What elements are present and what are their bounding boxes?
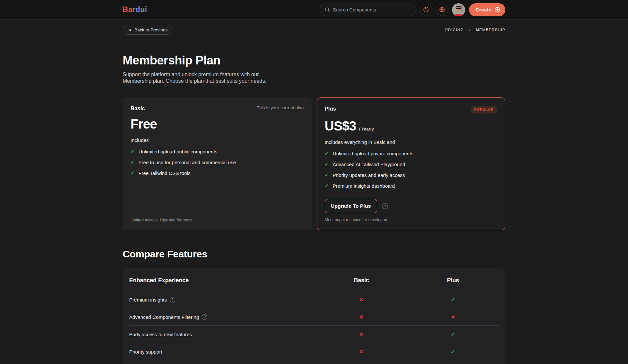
row-label: Early access to new features	[129, 332, 192, 337]
chevrons-left-icon	[128, 28, 132, 32]
help-icon[interactable]: ?	[170, 297, 175, 303]
brand-logo-segment: d	[135, 5, 140, 14]
moon-star-icon	[423, 7, 429, 13]
breadcrumb-separator: /	[469, 28, 471, 32]
basic-includes-label: Includes	[131, 137, 304, 143]
feature-item: ✓ Premium insights dashboard	[325, 183, 497, 189]
language-button[interactable]	[436, 4, 448, 16]
plus-includes-label: Includes everything in Basic and	[325, 139, 497, 145]
compare-title: Compare Features	[123, 249, 505, 260]
feature-item: ✓ Free to use for personal and commercia…	[131, 159, 304, 165]
help-icon[interactable]: ?	[202, 314, 207, 320]
check-icon: ✓	[325, 161, 329, 167]
brand-logo-segment: r	[132, 5, 135, 14]
basic-mark: ✕	[316, 349, 407, 355]
plus-footnote: Most popular choice for developers	[325, 217, 497, 222]
feature-item: ✓ Free Tailwind CSS tools	[131, 170, 304, 176]
breadcrumb-membership: MEMBERSHIP	[476, 28, 505, 32]
table-row: Priority support ✕ ✓	[129, 343, 499, 360]
subheader: Back to Previous PRICING / MEMBERSHIP	[123, 25, 505, 35]
brand-logo[interactable]: Bardui	[123, 5, 147, 14]
help-icon[interactable]: ?	[382, 203, 388, 209]
basic-feature-list: ✓ Unlimited upload public components ✓ F…	[131, 148, 304, 181]
plus-plan-name: Plus	[325, 106, 336, 112]
search-icon	[324, 7, 330, 12]
feature-label: Free to use for personal and commercial …	[139, 160, 236, 165]
plus-plan-price: US$3	[325, 119, 356, 133]
compare-table-body: Premium insights ? ✕ ✓ Advanced Componen…	[129, 291, 499, 360]
feature-label: Priority updates and early access	[333, 172, 405, 178]
check-icon: ✓	[325, 150, 329, 156]
basic-plan-price: Free	[131, 117, 157, 131]
breadcrumb-pricing[interactable]: PRICING	[445, 28, 464, 32]
breadcrumb: PRICING / MEMBERSHIP	[445, 28, 505, 32]
check-icon: ✓	[325, 172, 329, 178]
feature-label: Unlimited upload public components	[139, 149, 218, 154]
upgrade-to-plus-button[interactable]: Upgrade To Plus	[325, 199, 377, 213]
feature-item: ✓ Unlimited upload public components	[131, 148, 304, 154]
row-label: Premium insights	[129, 297, 167, 303]
basic-mark: ✕	[316, 314, 407, 320]
brand-logo-segment: Ba	[123, 5, 132, 14]
hero-section: Membership Plan Support the platform and…	[123, 54, 505, 84]
plus-mark: ✕	[407, 314, 499, 320]
table-row: Early access to new features ✕ ✓	[129, 325, 499, 343]
basic-plan-name: Basic	[131, 105, 145, 112]
feature-label: Premium insights dashboard	[333, 183, 395, 189]
check-icon: ✓	[325, 183, 329, 189]
feature-item: ✓ Unlimited upload private components	[325, 150, 497, 156]
theme-toggle-button[interactable]	[420, 4, 432, 16]
create-button[interactable]: Create	[469, 3, 505, 16]
plan-cards: Basic This is your current plan Free Inc…	[123, 97, 505, 230]
popular-badge: POPULAR	[471, 106, 497, 113]
feature-label: Unlimited upload private components	[333, 151, 413, 156]
page-subtitle: Support the platform and unlock premium …	[123, 71, 270, 84]
back-to-previous-button[interactable]: Back to Previous	[123, 25, 172, 35]
column-header-basic: Basic	[316, 277, 407, 284]
basic-plan-card: Basic This is your current plan Free Inc…	[123, 97, 312, 230]
feature-item: ✓ Priority updates and early access	[325, 172, 497, 178]
compare-table-header: Enhanced Experience Basic Plus	[129, 268, 499, 291]
plus-mark: ✓	[407, 331, 499, 338]
row-label: Advanced Components Filtering	[129, 314, 199, 320]
plus-plan-period: / Yearly	[359, 127, 374, 131]
table-row: Premium insights ? ✕ ✓	[129, 291, 499, 308]
plus-mark: ✓	[407, 297, 499, 303]
compare-table: Enhanced Experience Basic Plus Premium i…	[123, 268, 505, 364]
check-icon: ✓	[131, 159, 135, 165]
create-button-label: Create	[476, 7, 491, 13]
page-title: Membership Plan	[123, 54, 505, 67]
plus-mark: ✓	[407, 349, 499, 355]
plus-feature-list: ✓ Unlimited upload private components ✓ …	[325, 150, 497, 194]
check-icon: ✓	[131, 148, 135, 154]
plus-circle-icon	[494, 7, 500, 13]
basic-mark: ✕	[316, 297, 407, 303]
globe-icon	[439, 7, 445, 13]
user-avatar[interactable]	[452, 3, 465, 16]
feature-item: ✓ Advanced AI Tailwind Playground	[325, 161, 497, 167]
brand-logo-segment: ui	[140, 5, 147, 14]
check-icon: ✓	[131, 170, 135, 176]
search-input[interactable]	[333, 7, 411, 12]
plus-plan-card: Plus POPULAR US$3 / Yearly Includes ever…	[317, 97, 506, 230]
basic-footnote: Limited access. Upgrade for more.	[131, 218, 304, 222]
table-row: Advanced Components Filtering ? ✕ ✕	[129, 308, 499, 325]
feature-label: Free Tailwind CSS tools	[139, 170, 191, 176]
column-header-plus: Plus	[407, 277, 499, 284]
current-plan-note: This is your current plan	[256, 105, 304, 110]
compare-section: Compare Features Enhanced Experience Bas…	[123, 249, 505, 364]
feature-label: Advanced AI Tailwind Playground	[333, 162, 405, 167]
back-to-previous-label: Back to Previous	[134, 27, 167, 32]
row-label: Priority support	[129, 349, 162, 355]
column-header-feature: Enhanced Experience	[129, 277, 316, 284]
basic-mark: ✕	[316, 331, 407, 338]
search-bar[interactable]	[320, 4, 416, 16]
navbar: Bardui	[0, 0, 628, 20]
